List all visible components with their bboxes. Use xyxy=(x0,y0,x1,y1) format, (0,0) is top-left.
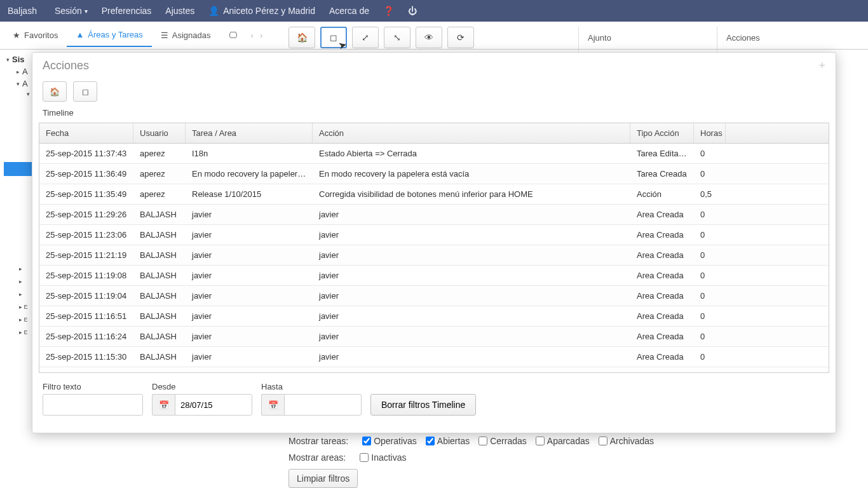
chk-cerradas[interactable]: Cerradas xyxy=(478,436,527,446)
caret-right-icon[interactable]: ▸ E xyxy=(19,329,28,336)
user-icon: 👤 xyxy=(208,6,219,16)
col-tarea[interactable]: Tarea / Area xyxy=(186,123,313,143)
cell-fecha: 25-sep-2015 11:19:04 xyxy=(39,286,133,306)
cell-fecha: 25-sep-2015 11:35:49 xyxy=(39,184,133,204)
menu-help[interactable]: ❓ xyxy=(383,6,394,16)
cell-tarea: javier xyxy=(186,205,313,224)
col-accion[interactable]: Acción xyxy=(313,123,630,143)
toolbar-window-button[interactable]: ◻ xyxy=(320,27,347,48)
cell-fecha: 25-sep-2015 11:37:43 xyxy=(39,144,133,163)
cell-tarea: En modo recovery la papelera es xyxy=(186,164,313,184)
calendar-icon[interactable]: 📅 xyxy=(152,394,175,416)
table-row[interactable]: 25-sep-2015 11:21:19BALJASHjavierjavierA… xyxy=(39,245,829,266)
menu-about[interactable]: Acerca de xyxy=(329,6,369,16)
star-icon: ★ xyxy=(13,30,20,40)
cell-usuario: aperez xyxy=(133,164,186,184)
toolbar-home-button[interactable]: 🏠 xyxy=(288,27,315,48)
cell-tarea: javier xyxy=(186,266,313,285)
bottom-filters: Mostrar tareas: Operativas Abiertas Cerr… xyxy=(288,436,654,488)
caret-right-icon[interactable]: ▸ xyxy=(19,278,28,285)
cell-horas: 0 xyxy=(694,144,726,163)
tree-collapsed-nodes: ▸ ▸ ▸ ▸ E ▸ E ▸ E xyxy=(19,266,28,336)
table-row[interactable]: 25-sep-2015 11:15:30BALJASHjavierjavierA… xyxy=(39,347,829,367)
table-row[interactable]: 25-sep-2015 11:29:26BALJASHjavierjavierA… xyxy=(39,205,829,225)
caret-right-icon[interactable]: ▸ E xyxy=(19,304,28,310)
cell-tipo: Area Creada xyxy=(630,205,694,224)
right-column-headers: Ajunto Acciones xyxy=(578,27,868,52)
header-ajunto: Ajunto xyxy=(578,27,717,52)
cell-tipo: Area Creada xyxy=(630,225,694,245)
tab-nav-arrows: ‹ › xyxy=(248,28,266,43)
chk-inactivas[interactable]: Inactivas xyxy=(360,452,406,463)
chk-operativas[interactable]: Operativas xyxy=(362,436,417,446)
chk-aparcadas[interactable]: Aparcadas xyxy=(536,436,590,446)
tab-areas-tareas[interactable]: ▲Áreas y Tareas xyxy=(67,24,151,47)
table-row[interactable]: 25-sep-2015 11:35:49aperezRelease 1/10/2… xyxy=(39,184,829,205)
menu-preferences[interactable]: Preferencias xyxy=(102,6,152,16)
help-icon: ❓ xyxy=(383,6,394,16)
col-usuario[interactable]: Usuario xyxy=(133,123,186,143)
menu-settings[interactable]: Ajustes xyxy=(165,6,194,16)
cell-tipo: Acción xyxy=(630,184,694,204)
caret-right-icon[interactable]: ▸ xyxy=(19,266,28,272)
caret-down-icon: ▾ xyxy=(17,81,20,87)
compress-icon: ⤡ xyxy=(393,32,401,43)
table-row[interactable]: 25-sep-2015 11:36:49aperezEn modo recove… xyxy=(39,164,829,184)
cell-horas: 0 xyxy=(694,164,726,184)
cell-usuario: BALJASH xyxy=(133,225,186,245)
toolbar-compress-button[interactable]: ⤡ xyxy=(384,27,410,48)
toolbar-refresh-button[interactable]: ⟳ xyxy=(447,27,474,48)
menu-session[interactable]: Sesión▾ xyxy=(55,6,88,16)
tree-node-sis[interactable]: ▾Sis xyxy=(4,53,34,65)
tree-node-selected[interactable] xyxy=(4,162,34,176)
table-row[interactable]: 25-sep-2015 11:19:08BALJASHjavierjavierA… xyxy=(39,266,829,286)
cell-tarea: javier xyxy=(186,347,313,367)
filter-text-input[interactable] xyxy=(43,394,143,416)
table-row[interactable]: 25-sep-2015 11:37:43aperezI18nEstado Abi… xyxy=(39,144,829,164)
chk-archivadas[interactable]: Archivadas xyxy=(599,436,654,446)
eye-slash-icon: 👁 xyxy=(424,32,433,43)
caret-right-icon[interactable]: ▸ xyxy=(19,291,28,297)
toolbar-hide-button[interactable]: 👁 xyxy=(416,27,442,48)
window-icon: ◻ xyxy=(330,32,337,43)
cell-tipo: Area Creada xyxy=(630,286,694,306)
filter-desde-input[interactable] xyxy=(175,394,252,416)
calendar-icon[interactable]: 📅 xyxy=(261,394,284,416)
tab-asignadas[interactable]: ☰Asignadas xyxy=(152,24,220,46)
tab-next-icon[interactable]: › xyxy=(257,28,265,43)
table-row[interactable]: 25-sep-2015 11:23:06BALJASHjavierjavierA… xyxy=(39,225,829,245)
panel-home-button[interactable]: 🏠 xyxy=(43,81,67,102)
caret-down-icon: ▾ xyxy=(27,91,30,97)
col-fecha[interactable]: Fecha xyxy=(39,123,133,143)
limpiar-filtros-button[interactable]: Limpiar filtros xyxy=(288,469,358,488)
table-row[interactable]: 25-sep-2015 11:16:24BALJASHjavierjavierA… xyxy=(39,327,829,347)
cell-usuario: BALJASH xyxy=(133,327,186,346)
left-tree-fragment: ▾Sis ▸A ▾A ▾ ▸ ▸ ▸ ▸ E ▸ E ▸ E xyxy=(4,53,34,176)
panel-window-button[interactable]: ◻ xyxy=(73,81,97,102)
tab-prev-icon[interactable]: ‹ xyxy=(248,28,256,43)
filter-hasta-input[interactable] xyxy=(284,394,362,416)
caret-down-icon: ▾ xyxy=(6,57,10,63)
toolbar-expand-button[interactable]: ⤢ xyxy=(352,27,379,48)
cell-fecha: 25-sep-2015 11:15:30 xyxy=(39,347,133,367)
app-brand: Baljash xyxy=(8,6,37,16)
tab-monitor[interactable]: 🖵 xyxy=(220,24,246,46)
grid-body[interactable]: 25-sep-2015 11:37:43aperezI18nEstado Abi… xyxy=(39,144,829,372)
chk-abiertas[interactable]: Abiertas xyxy=(426,436,470,446)
tree-icon: ▲ xyxy=(76,30,84,39)
tab-favoritos[interactable]: ★Favoritos xyxy=(4,24,67,46)
col-horas[interactable]: Horas xyxy=(694,123,726,143)
table-row[interactable]: 25-sep-2015 11:19:04BALJASHjavierjavierA… xyxy=(39,286,829,306)
filter-row: Filtro texto Desde 📅 Hasta 📅 Borrar filt… xyxy=(32,373,836,421)
clear-filters-button[interactable]: Borrar filtros Timeline xyxy=(370,394,476,416)
panel-title: Acciones xyxy=(43,59,89,72)
col-tipo[interactable]: Tipo Acción xyxy=(630,123,694,143)
cell-horas: 0,5 xyxy=(694,184,726,204)
menu-power[interactable]: ⏻ xyxy=(408,6,417,16)
menu-user[interactable]: 👤 Aniceto Pérez y Madrid xyxy=(208,6,315,16)
cell-fecha: 25-sep-2015 11:36:49 xyxy=(39,164,133,184)
panel-close-button[interactable]: + xyxy=(818,59,825,72)
table-row[interactable]: 25-sep-2015 11:16:51BALJASHjavierjavierA… xyxy=(39,306,829,327)
cell-tarea: javier xyxy=(186,245,313,265)
caret-right-icon[interactable]: ▸ E xyxy=(19,316,28,323)
